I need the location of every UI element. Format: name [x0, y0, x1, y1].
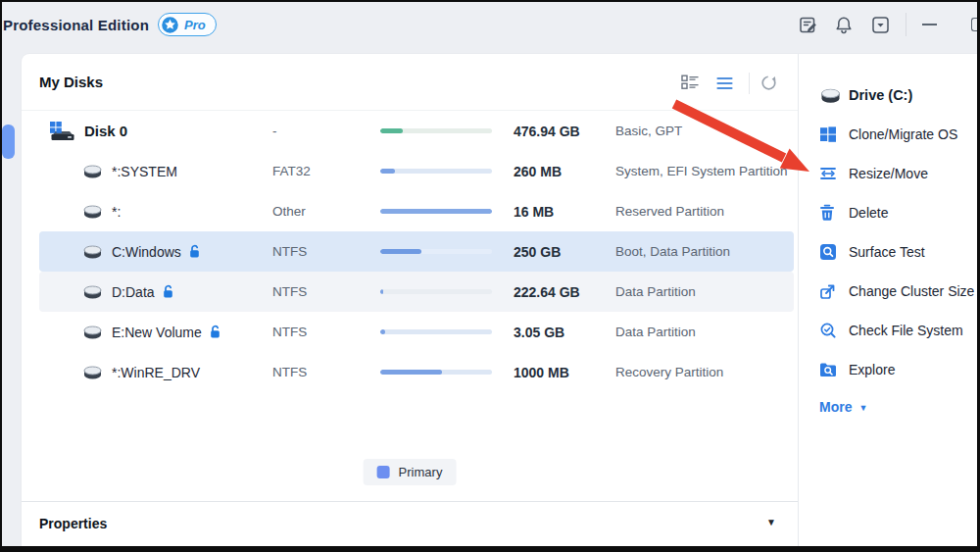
header-divider — [749, 73, 750, 94]
size-cell: 476.94 GB — [514, 124, 615, 139]
app-window: Professional Edition Pro — [0, 0, 980, 552]
sidebar-item-explore[interactable]: Explore — [799, 350, 977, 389]
type-cell: Reserved Partition — [615, 204, 794, 219]
trash-icon — [819, 204, 843, 222]
type-cell: Data Partition — [615, 284, 794, 299]
sidebar-item-label: Surface Test — [849, 244, 925, 260]
type-cell: Data Partition — [615, 325, 794, 339]
partition-name: Disk 0 — [84, 123, 127, 139]
content-area: My Disks — [2, 47, 977, 546]
more-link[interactable]: More ▼ — [819, 399, 977, 415]
partition-name: D:Data — [112, 284, 155, 300]
filesystem-cell: Other — [272, 204, 380, 219]
sidebar-item-label: Resize/Move — [849, 166, 928, 181]
sidebar-item-change-cluster-size[interactable]: Change Cluster Size — [799, 272, 977, 311]
detail-view-icon[interactable] — [681, 75, 700, 94]
surface-test-icon — [819, 243, 843, 261]
sidebar-item-label: Check File System — [849, 323, 963, 338]
usage-bar — [380, 128, 514, 133]
explore-icon — [819, 362, 843, 377]
sidebar-item-check-file-system[interactable]: Check File System — [799, 311, 977, 350]
sidebar-item-surface-test[interactable]: Surface Test — [799, 232, 977, 272]
type-cell: Boot, Data Partition — [615, 244, 794, 259]
chevron-down-icon[interactable]: ▼ — [766, 517, 776, 527]
unlock-icon — [162, 284, 174, 299]
type-cell: Recovery Partition — [615, 365, 794, 379]
legend-label: Primary — [399, 465, 443, 479]
menu-dropdown-icon[interactable] — [867, 12, 893, 37]
table-row[interactable]: D:Data NTFS 222.64 GB Data Partition — [39, 272, 794, 312]
sidebar-item-label: Explore — [849, 362, 895, 377]
usage-bar — [380, 370, 514, 375]
titlebar-actions — [795, 2, 977, 47]
unlock-icon — [209, 325, 221, 339]
partition-icon — [82, 283, 103, 300]
filesystem-cell: NTFS — [272, 325, 380, 339]
windows-icon — [819, 125, 843, 143]
sidebar-item-clone-migrate-os[interactable]: Clone/Migrate OS — [799, 115, 977, 154]
sidebar-item-label: Change Cluster Size — [849, 283, 974, 299]
partition-icon — [82, 243, 103, 260]
notifications-bell-icon[interactable] — [831, 12, 857, 37]
sidebar-item-label: Drive (C:) — [849, 87, 912, 103]
side-panel-handle[interactable] — [2, 125, 15, 159]
size-cell: 250 GB — [514, 244, 615, 260]
disks-area: My Disks — [22, 54, 799, 546]
primary-color-swatch — [377, 466, 390, 478]
chevron-down-icon: ▼ — [858, 402, 867, 413]
size-cell: 16 MB — [514, 204, 615, 220]
sidebar-item-delete[interactable]: Delete — [799, 193, 977, 232]
list-view-icon[interactable] — [716, 76, 733, 94]
refresh-icon[interactable] — [760, 74, 778, 96]
table-row[interactable]: *: Other 16 MB Reserved Partition — [39, 191, 794, 231]
filesystem-cell: NTFS — [272, 284, 380, 299]
filesystem-cell: - — [272, 124, 380, 138]
sidebar-item-resize-move[interactable]: Resize/Move — [799, 154, 977, 193]
usage-bar — [380, 169, 514, 174]
partition-name: E:New Volume — [112, 325, 202, 340]
pro-badge-label: Pro — [184, 18, 206, 32]
page-title: My Disks — [39, 74, 103, 90]
resize-move-icon — [819, 165, 843, 182]
feedback-note-icon[interactable] — [795, 12, 820, 37]
unlock-icon — [188, 244, 201, 259]
table-row[interactable]: C:Windows NTFS 250 GB Boot, Data Partiti… — [39, 231, 794, 272]
disks-header: My Disks — [22, 54, 798, 111]
cluster-size-icon — [819, 282, 843, 300]
pro-badge[interactable]: Pro — [158, 13, 217, 36]
table-row[interactable]: *:WinRE_DRV NTFS 1000 MB Recovery Partit… — [39, 352, 794, 392]
table-row[interactable]: *:SYSTEM FAT32 260 MB System, EFI System… — [39, 151, 794, 191]
actions-sidebar: Drive (C:) Clone/Migrate OS Resize/Move … — [799, 54, 977, 546]
usage-bar — [380, 249, 514, 254]
partition-name: C:Windows — [112, 244, 181, 260]
filesystem-cell: NTFS — [272, 365, 380, 379]
type-cell: System, EFI System Partition — [615, 164, 794, 178]
sidebar-items: Drive (C:) Clone/Migrate OS Resize/Move … — [799, 75, 977, 389]
partition-name: *: — [112, 204, 121, 220]
table-row[interactable]: E:New Volume NTFS 3.05 GB Data Partition — [39, 312, 794, 352]
star-icon — [160, 15, 180, 35]
more-label: More — [819, 399, 852, 415]
size-cell: 3.05 GB — [514, 325, 615, 340]
minimize-icon[interactable] — [916, 12, 942, 37]
sidebar-item-label: Clone/Migrate OS — [849, 126, 957, 142]
disk-table: Disk 0 - 476.94 GB Basic, GPT *:SYSTEM F… — [22, 111, 798, 392]
sidebar-item-drive-c-[interactable]: Drive (C:) — [799, 75, 977, 115]
usage-bar — [380, 289, 514, 294]
properties-label: Properties — [39, 516, 107, 531]
legend-primary: Primary — [364, 459, 457, 485]
partition-icon — [82, 364, 103, 380]
edition-title: Professional Edition — [3, 17, 149, 33]
filesystem-cell: NTFS — [272, 244, 380, 259]
partition-icon — [82, 324, 103, 340]
filesystem-cell: FAT32 — [272, 164, 380, 178]
properties-section-header[interactable]: Properties ▼ — [22, 501, 798, 546]
main-panel: My Disks — [22, 54, 977, 546]
drive-icon — [819, 86, 843, 105]
maximize-icon[interactable] — [971, 18, 977, 31]
usage-bar — [380, 209, 514, 214]
table-row[interactable]: Disk 0 - 476.94 GB Basic, GPT — [39, 111, 794, 151]
partition-name: *:WinRE_DRV — [112, 365, 200, 380]
partition-icon — [82, 163, 103, 179]
titlebar-divider — [906, 13, 906, 36]
